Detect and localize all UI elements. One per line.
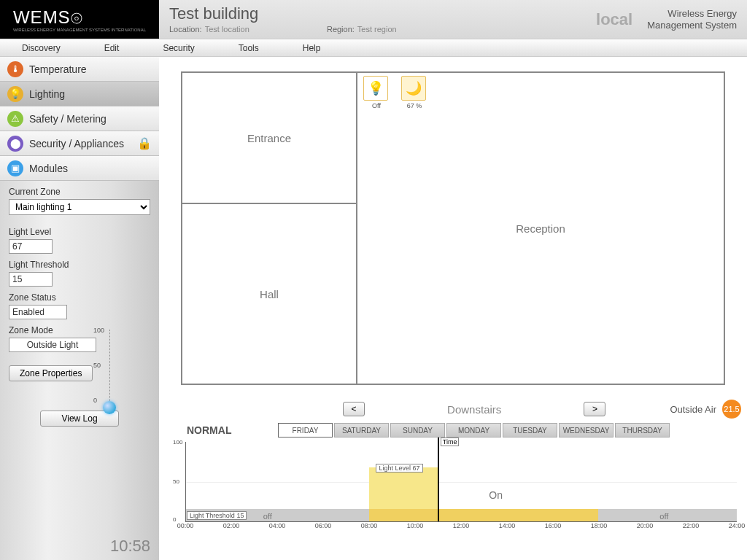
zone-select[interactable]: Main lighting 1 — [9, 199, 150, 215]
lock-icon: 🔒 — [137, 136, 152, 150]
menubar: Discovery Edit Security Tools Help — [0, 39, 747, 57]
moon-icon: 🌙 — [401, 76, 426, 101]
off-label-1: off — [263, 512, 272, 521]
menu-help[interactable]: Help — [303, 43, 321, 53]
light-threshold-label: Light Threshold — [9, 260, 150, 270]
app-header: WEMS⦾ WIRELESS ENERGY MANAGEMENT SYSTEMS… — [0, 0, 747, 39]
next-floor-button[interactable]: > — [584, 402, 605, 416]
brand-label: Wireless EnergyManagement System — [647, 8, 737, 31]
schedule-mode: NORMAL — [172, 424, 278, 436]
clock: 10:58 — [4, 537, 150, 556]
day-tab-sunday[interactable]: SUNDAY — [390, 423, 445, 438]
prev-floor-button[interactable]: < — [343, 402, 365, 416]
zone-properties-button[interactable]: Zone Properties — [9, 365, 93, 381]
logo: WEMS⦾ WIRELESS ENERGY MANAGEMENT SYSTEMS… — [0, 0, 159, 39]
floor-name: Downstairs — [368, 403, 581, 416]
light-level-box: Light Level 67 — [376, 464, 422, 472]
room-reception[interactable]: Reception 💡 Off 🌙 67 % — [357, 72, 724, 384]
on-label: On — [489, 489, 503, 501]
zone-mode-value[interactable]: Outside Light — [9, 338, 96, 352]
menu-security[interactable]: Security — [163, 43, 194, 53]
light-threshold-box: Light Threshold 15 — [187, 511, 247, 520]
floorplan[interactable]: Entrance Hall Reception 💡 Off 🌙 67 % — [181, 71, 725, 385]
day-tab-friday[interactable]: FRIDAY — [278, 423, 333, 438]
light-gauge[interactable]: 100 50 0 — [93, 327, 123, 414]
off-label-2: off — [659, 512, 668, 521]
header-info: Test building Location:Test location Reg… — [159, 0, 499, 39]
sidebar-item-temperature[interactable]: 🌡Temperature — [0, 57, 159, 82]
day-tab-tuesday[interactable]: TUESDAY — [503, 423, 557, 438]
sidebar: 🌡Temperature 💡Lighting ⚠Safety / Meterin… — [0, 57, 159, 560]
zone-status-value[interactable]: Enabled — [9, 305, 67, 319]
menu-edit[interactable]: Edit — [104, 43, 120, 53]
day-tabs: NORMAL FRIDAY SATURDAY SUNDAY MONDAY TUE… — [172, 423, 741, 438]
zone-mode-label: Zone Mode — [9, 325, 150, 335]
sidebar-item-lighting[interactable]: 💡Lighting — [0, 82, 159, 106]
building-title: Test building — [169, 4, 489, 23]
light-status-widget[interactable]: 💡 Off — [363, 76, 390, 109]
dimmer-widget[interactable]: 🌙 67 % — [401, 76, 427, 109]
zone-status-label: Zone Status — [9, 292, 150, 303]
current-zone-label: Current Zone — [9, 187, 150, 197]
schedule-panel: < Downstairs > Outside Air 21.5 NORMAL F… — [172, 400, 741, 538]
bulb-icon: 💡 — [363, 76, 388, 101]
menu-discovery[interactable]: Discovery — [22, 43, 61, 53]
sidebar-item-safety[interactable]: ⚠Safety / Metering — [0, 106, 159, 131]
room-hall[interactable]: Hall — [182, 203, 357, 384]
outside-air-label: Outside Air — [670, 404, 716, 415]
local-indicator: local — [596, 10, 632, 29]
time-cursor-label: Time — [441, 438, 460, 446]
time-cursor[interactable] — [438, 438, 439, 521]
day-tab-wednesday[interactable]: WEDNESDAY — [559, 423, 614, 438]
schedule-chart[interactable]: 100 50 0 off On off Light Level 67 Light… — [185, 442, 737, 522]
day-tab-thursday[interactable]: THURSDAY — [615, 423, 670, 438]
room-entrance[interactable]: Entrance — [182, 72, 357, 203]
menu-tools[interactable]: Tools — [239, 43, 259, 53]
sidebar-item-modules[interactable]: ▣Modules — [0, 156, 159, 181]
gauge-handle[interactable] — [103, 401, 116, 414]
x-axis: 00:0002:0004:00 06:0008:0010:00 12:0014:… — [185, 522, 737, 532]
light-level-label: Light Level — [9, 227, 150, 237]
sidebar-item-security[interactable]: ⬤Security / Appliances🔒 — [0, 131, 159, 156]
day-tab-saturday[interactable]: SATURDAY — [334, 423, 389, 438]
day-tab-monday[interactable]: MONDAY — [446, 423, 501, 438]
light-threshold-value[interactable]: 15 — [9, 272, 53, 287]
main-area: Entrance Hall Reception 💡 Off 🌙 67 % < D… — [159, 57, 747, 560]
outside-air-value: 21.5 — [722, 400, 741, 419]
light-level-value[interactable]: 67 — [9, 239, 53, 254]
